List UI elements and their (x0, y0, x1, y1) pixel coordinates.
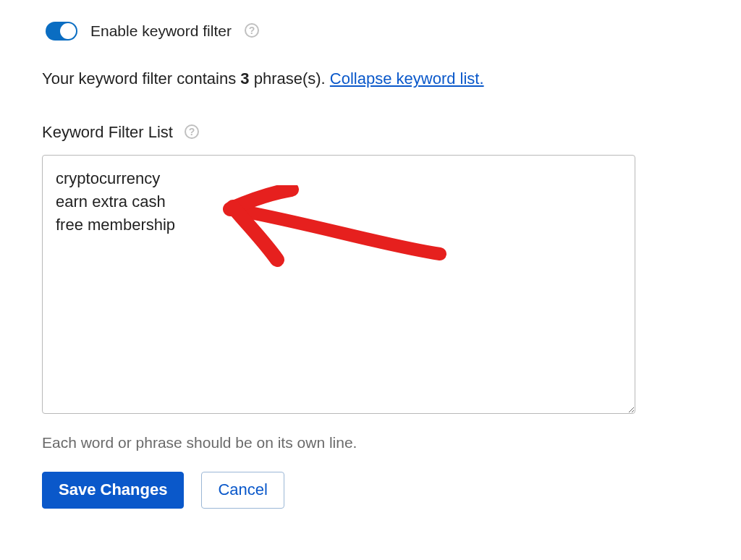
keyword-textarea-wrap (42, 155, 699, 417)
cancel-button[interactable]: Cancel (201, 472, 284, 509)
help-icon[interactable]: ? (245, 23, 259, 38)
collapse-keyword-list-link[interactable]: Collapse keyword list. (330, 69, 484, 88)
keyword-list-label: Keyword Filter List (42, 123, 173, 142)
summary-count: 3 (240, 69, 249, 88)
keyword-filter-textarea[interactable] (42, 155, 635, 414)
button-row: Save Changes Cancel (42, 472, 699, 509)
keyword-hint-text: Each word or phrase should be on its own… (42, 434, 699, 451)
enable-filter-label: Enable keyword filter (90, 22, 232, 40)
filter-summary: Your keyword filter contains 3 phrase(s)… (42, 69, 699, 88)
enable-filter-row: Enable keyword filter ? (42, 22, 699, 41)
help-icon[interactable]: ? (185, 124, 199, 139)
summary-prefix: Your keyword filter contains (42, 69, 240, 88)
summary-suffix: phrase(s). (250, 69, 330, 88)
save-changes-button[interactable]: Save Changes (42, 472, 184, 509)
toggle-knob (60, 23, 76, 39)
keyword-list-label-row: Keyword Filter List ? (42, 123, 699, 142)
enable-filter-toggle[interactable] (46, 22, 77, 41)
